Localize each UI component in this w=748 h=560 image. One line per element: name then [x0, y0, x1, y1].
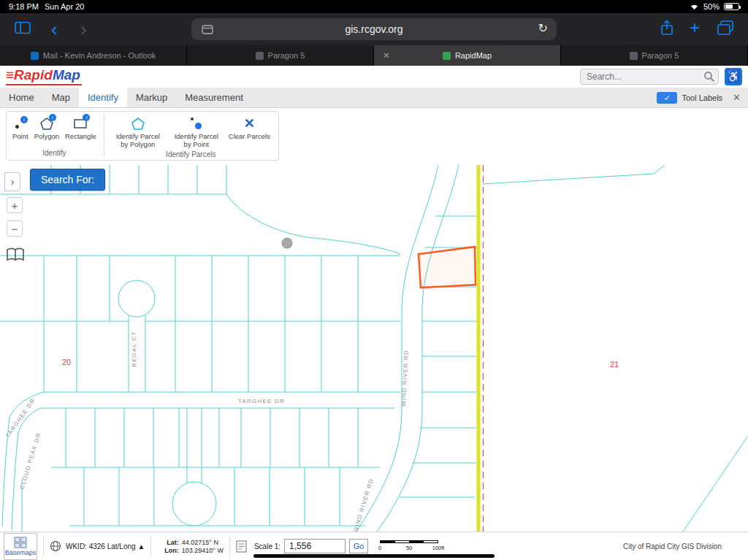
address-bar[interactable]: gis.rcgov.org ↻	[191, 18, 557, 40]
wkid-selector[interactable]: WKID: 4326 Lat/Long ▲	[50, 540, 145, 552]
tab-identify[interactable]: Identify	[79, 88, 127, 107]
street-label-regal-ct: REGAL CT	[131, 331, 137, 367]
paragon-favicon	[630, 52, 638, 60]
tool-labels-label: Tool Labels	[682, 88, 722, 107]
search-icon[interactable]	[703, 71, 715, 85]
scale-bar: 0 50 100ft	[378, 538, 446, 554]
tab-paragon-2[interactable]: Paragon 5	[561, 45, 748, 66]
clock: 9:18 PM	[9, 2, 39, 11]
tab-bar: Mail - Kevin Andreson - Outlook Paragon …	[0, 45, 748, 66]
point-icon: i	[13, 116, 28, 131]
street-label-cloud-peak-dr: CLOUD PEAK DR	[18, 431, 42, 490]
tab-close-icon[interactable]: ✕	[383, 50, 390, 61]
search-for-button[interactable]: Search For:	[30, 169, 105, 191]
parcel-point-icon	[189, 116, 204, 131]
polygon-icon: i	[39, 116, 54, 131]
section-label-21: 21	[610, 360, 619, 369]
reload-icon[interactable]: ↻	[538, 21, 548, 35]
menu-bar: Home Map Identify Markup Measurement ✓ T…	[0, 88, 748, 108]
ribbon-toolbar: i Point i Polygon i	[0, 108, 748, 165]
rapidmap-favicon	[443, 52, 451, 60]
lat-value: 44.02715° N	[182, 539, 224, 546]
rectangle-icon: i	[73, 116, 88, 131]
forward-icon[interactable]: ›	[80, 20, 87, 39]
bookmarks-icon[interactable]	[5, 247, 25, 264]
parcel-lines	[0, 165, 748, 532]
tool-labels-checkbox[interactable]: ✓	[657, 92, 677, 104]
map-point-marker	[282, 238, 292, 248]
basemaps-grid-icon	[14, 537, 27, 548]
map-canvas[interactable]: REGAL CT TARGHEE DR TARGHEE DR CLOUD PEA…	[0, 165, 748, 532]
street-label-wind-river-rd-south: WIND RIVER RD	[352, 477, 375, 532]
ribbon-group-identify: i Point i Polygon i	[7, 112, 102, 160]
zoom-out-button[interactable]: −	[7, 220, 23, 237]
sidebar-icon[interactable]	[15, 22, 31, 37]
app-header: ≡RapidMap ♿	[0, 66, 748, 88]
globe-icon	[50, 540, 61, 552]
tool-polygon[interactable]: i Polygon	[31, 115, 62, 142]
go-button[interactable]: Go	[349, 539, 368, 553]
coordinates-readout: Lat:44.02715° N Lon:103.29410° W	[164, 539, 224, 554]
page-icon	[202, 24, 213, 37]
map-container[interactable]: REGAL CT TARGHEE DR TARGHEE DR CLOUD PEA…	[0, 165, 748, 532]
zoom-in-button[interactable]: +	[7, 197, 23, 213]
street-label-targhee-dr: TARGHEE DR	[238, 398, 285, 404]
safari-toolbar: ‹ › gis.rcgov.org ↻ +	[0, 13, 748, 45]
scale-label: Scale 1:	[254, 542, 280, 551]
tab-home[interactable]: Home	[0, 88, 43, 107]
battery-icon	[724, 3, 739, 10]
tool-identify-parcel-by-point[interactable]: Identify Parcel by Point	[167, 115, 226, 150]
scale-input[interactable]	[284, 539, 346, 553]
accessibility-icon[interactable]: ♿	[725, 68, 742, 85]
wkid-text: WKID: 4326 Lat/Long ▲	[66, 542, 145, 551]
close-ribbon-icon[interactable]: ✕	[733, 88, 741, 107]
wifi-icon	[690, 3, 699, 10]
tab-outlook[interactable]: Mail - Kevin Andreson - Outlook	[0, 45, 187, 66]
new-tab-icon[interactable]: +	[690, 18, 700, 38]
group-label-identify: Identify	[9, 149, 99, 158]
paragon-favicon	[256, 52, 264, 60]
basemaps-button[interactable]: Basemaps	[4, 533, 37, 560]
tool-rectangle[interactable]: i Rectangle	[62, 115, 99, 142]
ribbon-group-identify-parcels: Identify Parcel by Polygon Identify Parc…	[106, 112, 276, 160]
tab-markup[interactable]: Markup	[127, 88, 176, 107]
url-text: gis.rcgov.org	[345, 23, 402, 35]
tool-point[interactable]: i Point	[9, 115, 31, 142]
share-icon[interactable]	[660, 20, 673, 39]
clear-parcels-icon: ✕	[244, 116, 255, 131]
back-icon[interactable]: ‹	[51, 20, 58, 39]
parcel-polygon-icon	[131, 116, 145, 131]
panel-expand-icon[interactable]: ›	[4, 172, 20, 191]
map-sheet-icon	[236, 540, 247, 553]
selected-parcel-outline[interactable]	[419, 247, 476, 288]
rapidmap-logo: ≡RapidMap	[6, 68, 82, 85]
attribution-text: City of Rapid City GIS Division	[623, 542, 722, 551]
ipad-screen: 9:18 PM Sun Apr 20 50% ‹ › gis.rcgov.org…	[0, 0, 748, 560]
lon-value: 103.29410° W	[182, 547, 224, 554]
tool-identify-parcel-by-polygon[interactable]: Identify Parcel by Polygon	[109, 115, 167, 150]
home-indicator[interactable]	[253, 554, 495, 558]
tab-paragon-1[interactable]: Paragon 5	[187, 45, 374, 66]
header-search	[580, 69, 719, 85]
status-bar: 9:18 PM Sun Apr 20 50%	[0, 0, 748, 13]
tab-rapidmap[interactable]: ✕ RapidMap	[374, 45, 561, 66]
date: Sun Apr 20	[45, 2, 84, 11]
outlook-favicon	[31, 52, 39, 60]
battery-percent: 50%	[703, 2, 720, 11]
tabs-icon[interactable]	[717, 20, 733, 38]
tab-measurement[interactable]: Measurement	[176, 88, 251, 107]
tool-clear-parcels[interactable]: ✕ Clear Parcels	[226, 115, 273, 142]
section-label-20: 20	[62, 358, 71, 367]
search-input[interactable]	[580, 69, 719, 85]
tab-map[interactable]: Map	[43, 88, 79, 107]
group-label-identify-parcels: Identify Parcels	[109, 150, 273, 160]
